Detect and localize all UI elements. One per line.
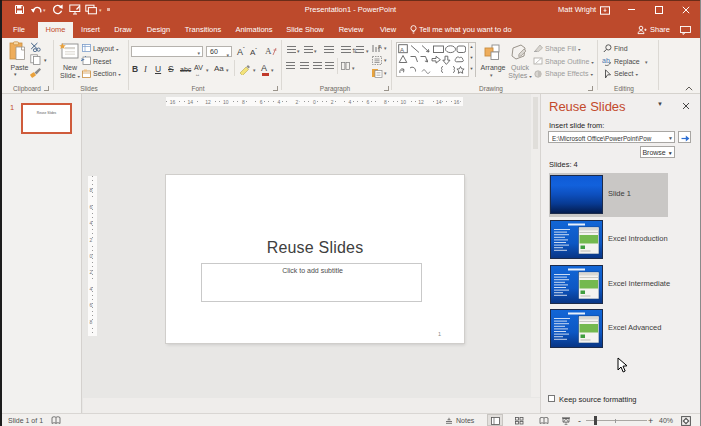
svg-text:A: A: [400, 47, 404, 53]
svg-text:A: A: [378, 44, 382, 50]
svg-text:ab: ab: [602, 57, 610, 64]
